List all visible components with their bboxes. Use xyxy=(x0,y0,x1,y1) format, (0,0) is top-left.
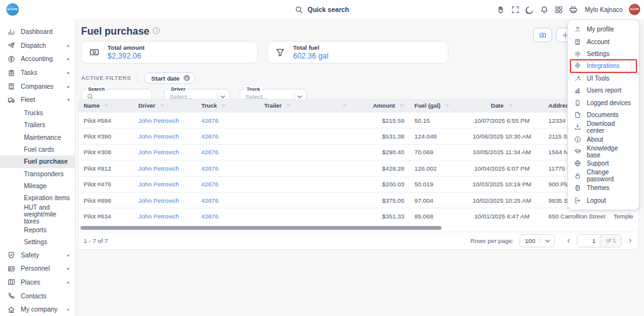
sidebar-subitem-trailers[interactable]: Trailers xyxy=(0,119,75,131)
driver-link[interactable]: John Petrovich xyxy=(138,117,201,124)
sidebar-subitem-expiration-items[interactable]: Expiration items xyxy=(0,192,75,204)
column-header-fuel[interactable]: Fuel (gal) xyxy=(404,103,464,109)
sidebar-subitem-fuel-cards[interactable]: Fuel cards xyxy=(0,144,75,155)
next-page-button[interactable]: › xyxy=(627,236,633,245)
scrollbar-thumb[interactable] xyxy=(80,226,441,230)
sidebar-item-dashboard[interactable]: Dashboard xyxy=(0,25,75,39)
sidebar-subitem-maintenance[interactable]: Maintenance xyxy=(0,131,75,143)
menu-item-users-report[interactable]: Users report xyxy=(568,84,639,96)
fuel-card-action-button[interactable] xyxy=(533,28,552,42)
sort-icon[interactable] xyxy=(221,103,226,108)
sidebar-item-dispatch[interactable]: Dispatch ▸ xyxy=(0,39,75,53)
driver-link[interactable]: John Petrovich xyxy=(138,181,201,188)
rows-per-page-select[interactable]: 100 xyxy=(519,234,555,247)
sort-icon[interactable] xyxy=(399,103,404,108)
sort-icon[interactable] xyxy=(445,103,450,108)
moon-icon[interactable] xyxy=(526,6,534,14)
prev-page-button[interactable]: ‹ xyxy=(565,236,572,245)
menu-item-logout[interactable]: Logout xyxy=(568,194,639,206)
fullscreen-icon[interactable] xyxy=(511,6,519,14)
driver-link[interactable]: John Petrovich xyxy=(138,213,201,220)
menu-item-about[interactable]: About xyxy=(568,133,639,145)
chevron-right-icon: ▸ xyxy=(67,266,70,271)
name-cell: Pilot #390 xyxy=(79,133,138,140)
date-cell: 10/07/2025 6:55 PM xyxy=(464,117,540,124)
column-header-name[interactable]: Name xyxy=(79,103,138,109)
hand-icon[interactable] xyxy=(497,6,505,14)
sidebar-item-companies[interactable]: Companies ▸ xyxy=(0,79,75,93)
menu-item-settings[interactable]: Settings xyxy=(568,48,639,60)
remove-filter-icon[interactable]: ✕ xyxy=(184,75,190,81)
menu-item-logged-devices[interactable]: Logged devices xyxy=(568,96,639,108)
table-row[interactable]: Pilot #584 John Petrovich 42676 $215.59 … xyxy=(79,112,638,128)
table-row[interactable]: Pilot #634 John Petrovich 42676 $351.33 … xyxy=(79,208,638,223)
start-date-filter-chip[interactable]: Start date ✕ xyxy=(144,72,194,84)
driver-link[interactable]: John Petrovich xyxy=(138,149,201,155)
truck-link[interactable]: 42676 xyxy=(201,133,264,140)
table-row[interactable]: Pilot #308 John Petrovich 42676 $290.40 … xyxy=(79,144,638,160)
truck-link[interactable]: 42676 xyxy=(201,165,264,172)
sidebar-subitem-fuel-purchase[interactable]: Fuel purchase xyxy=(0,155,75,167)
sidebar-item-safety[interactable]: Safety ▸ xyxy=(0,248,75,262)
column-header-truck[interactable]: Truck xyxy=(201,103,264,109)
menu-item-my-profile[interactable]: My profile xyxy=(568,23,639,35)
menu-item-themes[interactable]: Themes xyxy=(568,182,639,194)
sidebar-item-places[interactable]: Places ▸ xyxy=(0,276,75,290)
divider xyxy=(137,74,138,82)
help-icon[interactable]: ? xyxy=(153,27,160,34)
menu-item-account[interactable]: Account xyxy=(568,35,639,47)
sidebar-item-my-company[interactable]: My company ▸ xyxy=(0,303,75,316)
sidebar-item-accounting[interactable]: Accounting ▸ xyxy=(0,52,75,66)
table-row[interactable]: Pilot #912 John Petrovich 42676 $428.28 … xyxy=(79,160,638,176)
table-row[interactable]: Pilot #698 John Petrovich 42676 $375.05 … xyxy=(79,192,638,208)
driver-placeholder: Select... xyxy=(170,93,192,100)
fuel-cell: 50.019 xyxy=(404,181,464,188)
sort-icon[interactable] xyxy=(160,103,165,108)
menu-item-change-password[interactable]: Change password xyxy=(568,170,639,182)
sidebar-item-fleet[interactable]: Fleet ▾ xyxy=(0,93,75,107)
truck-link[interactable]: 42676 xyxy=(201,149,264,155)
menu-item-ui-tools[interactable]: UI Tools xyxy=(568,72,639,84)
menu-item-knowledge-base[interactable]: Knowledge base xyxy=(568,145,639,157)
amount-cell: $290.40 xyxy=(351,149,404,155)
table-row[interactable]: Pilot #390 John Petrovich 42676 $531.38 … xyxy=(79,128,638,144)
sidebar-item-contacts[interactable]: Contacts xyxy=(0,289,75,303)
sort-icon[interactable] xyxy=(104,103,109,108)
sidebar-item-tasks[interactable]: Tasks ▸ xyxy=(0,66,75,80)
column-header-driver[interactable]: Driver xyxy=(138,103,201,109)
print-icon[interactable] xyxy=(569,6,577,14)
sidebar-subitem-reports[interactable]: Reports xyxy=(0,224,75,236)
driver-link[interactable]: John Petrovich xyxy=(138,197,201,204)
truck-link[interactable]: 42676 xyxy=(201,181,264,188)
sidebar-item-personnel[interactable]: Personnel ▸ xyxy=(0,262,75,276)
column-header-amount[interactable]: Amount xyxy=(351,103,404,109)
menu-item-documents[interactable]: Documents xyxy=(568,109,639,121)
horizontal-scrollbar[interactable] xyxy=(79,225,638,232)
sort-icon[interactable] xyxy=(286,103,291,108)
sidebar-subitem-mileage[interactable]: Mileage xyxy=(0,180,75,192)
column-header-date[interactable]: Date xyxy=(464,103,540,109)
table-row[interactable]: Pilot #476 John Petrovich 42676 $200.03 … xyxy=(79,176,638,192)
user-avatar[interactable]: ACCURE xyxy=(629,4,640,15)
menu-item-download-center[interactable]: Download center xyxy=(568,121,639,133)
driver-link[interactable]: John Petrovich xyxy=(138,133,201,140)
truck-link[interactable]: 42676 xyxy=(201,117,264,124)
apps-grid-icon[interactable] xyxy=(555,6,563,14)
sort-icon[interactable] xyxy=(342,103,347,108)
chevron-right-icon: ▸ xyxy=(67,70,70,76)
sort-icon[interactable] xyxy=(508,103,513,108)
truck-link[interactable]: 42676 xyxy=(201,197,264,204)
phone-icon xyxy=(8,292,15,300)
driver-link[interactable]: John Petrovich xyxy=(138,165,201,172)
column-header-trailer[interactable]: Trailer xyxy=(264,103,324,109)
menu-item-integrations[interactable]: Integrations xyxy=(568,60,639,72)
sidebar-subitem-trucks[interactable]: Trucks xyxy=(0,107,75,119)
sidebar-subitem-settings[interactable]: Settings xyxy=(0,236,75,248)
date-cell: 10/01/2025 6:47 AM xyxy=(464,213,540,220)
current-page-input[interactable]: 1 xyxy=(577,235,600,247)
sidebar-subitem-hut-taxes[interactable]: HUT and weight/mile taxes xyxy=(0,205,75,224)
sidebar-subitem-transponders[interactable]: Transponders xyxy=(0,168,75,180)
menu-item-support[interactable]: Support xyxy=(568,157,639,169)
bell-icon[interactable] xyxy=(540,6,548,14)
truck-link[interactable]: 42676 xyxy=(201,213,264,220)
